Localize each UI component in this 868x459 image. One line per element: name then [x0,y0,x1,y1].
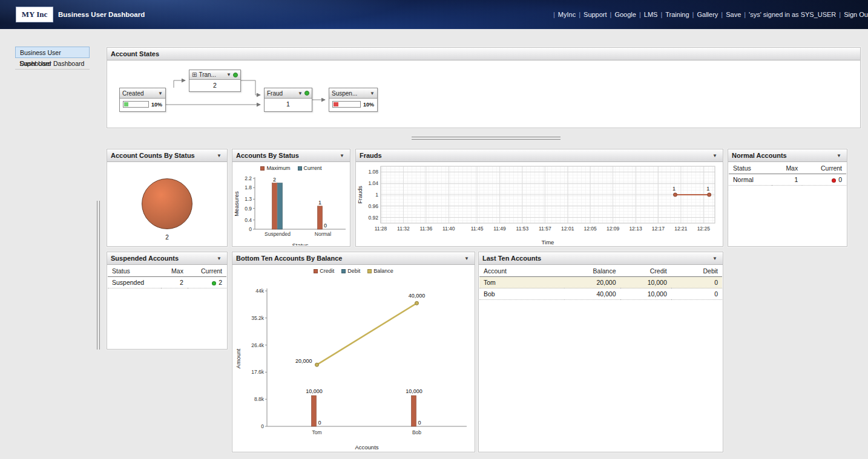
flow-node-transaction[interactable]: ⊞ Tran... ▼ 2 [189,70,241,92]
legend-label: Maximum [266,165,290,171]
column-header[interactable]: Status [108,265,161,277]
svg-text:12:17: 12:17 [652,226,665,232]
svg-text:20,000: 20,000 [295,358,312,364]
nav-separator: | [692,11,694,18]
expand-icon[interactable]: ⊞ [192,72,197,78]
flow-node-gauge: 10% [329,99,377,110]
sidebar-nav: Business User DashboardSuper User Dashbo… [15,47,90,70]
column-header[interactable]: Status [729,163,772,174]
table-row[interactable]: Normal10 [729,174,846,186]
vertical-splitter[interactable] [97,201,100,350]
column-header[interactable]: Current [188,265,226,277]
nav-link-support[interactable]: Support [584,11,607,18]
legend-swatch [260,166,265,171]
gauge-percent: 10% [363,102,374,108]
svg-text:11:53: 11:53 [516,226,529,232]
pie-total-label: 2 [108,234,226,241]
nav-link-google[interactable]: Google [614,11,636,18]
chevron-down-icon[interactable]: ▼ [711,255,719,262]
horizontal-splitter[interactable] [412,137,561,140]
svg-text:Normal: Normal [315,231,332,237]
flow-node-label: Tran... [199,71,216,78]
svg-text:8.8k: 8.8k [254,396,265,402]
panel-body: Status Max Current Normal10 [729,163,846,246]
sidebar-item-0[interactable]: Business User Dashboard [15,47,90,58]
svg-text:12:13: 12:13 [629,226,642,232]
svg-text:1: 1 [318,200,321,206]
page-title: Business User Dashboard [58,11,145,18]
svg-text:0.92: 0.92 [368,215,378,221]
nav-link-myinc[interactable]: MyInc [558,11,576,18]
flow-node-suspended[interactable]: Suspen... ▼ 10% [329,88,378,112]
column-header[interactable]: Debit [671,265,722,277]
panel-title: Normal Accounts [732,152,787,159]
sidebar-item-1[interactable]: Super User Dashboard [15,58,90,70]
status-dot-icon [832,178,836,183]
legend-label: Current [304,165,322,171]
chevron-down-icon[interactable]: ▼ [711,152,719,159]
svg-text:11:40: 11:40 [442,226,455,232]
suspended-accounts-table: Status Max Current Suspended22 [108,265,226,288]
svg-text:1: 1 [375,192,378,198]
panel-account-states: Account States ⊞ [107,47,861,128]
column-header[interactable]: Account [479,265,564,277]
flow-node-header: ⊞ Tran... ▼ [189,70,240,80]
legend-item: Maximum [260,165,290,171]
gauge-percent: 10% [151,102,162,108]
panel-header: Accounts By Status ▼ [232,149,350,162]
nav-link-training[interactable]: Training [665,11,689,18]
panel-body: Account Balance Credit Debit Tom20,00010… [479,265,722,451]
nav-separator: | [610,11,612,18]
chevron-down-icon[interactable]: ▼ [226,72,231,77]
bar-chart: 00.40.91.31.82.2Suspended2Normal10Status… [233,174,349,246]
legend-swatch [314,269,318,273]
flow-node-label: Fraud [267,90,283,97]
column-header[interactable]: Credit [620,265,671,277]
company-logo: MY Inc [16,7,53,22]
chevron-down-icon[interactable]: ▼ [158,91,163,96]
svg-text:1: 1 [706,186,709,192]
column-header[interactable]: Max [772,163,802,174]
panel-title: Account States [111,50,159,57]
chevron-down-icon[interactable]: ▼ [215,152,223,159]
sign-out-link[interactable]: Sign Out [844,11,868,18]
normal-accounts-table: Status Max Current Normal10 [729,163,846,186]
panel-title: Account Counts By Status [111,152,195,159]
flow-node-fraud[interactable]: Fraud ▼ 1 [264,88,312,112]
svg-text:Status: Status [292,242,309,246]
chevron-down-icon[interactable]: ▼ [370,91,375,96]
status-dot-icon [233,73,238,77]
svg-text:1.04: 1.04 [368,180,378,186]
nav-link-save[interactable]: Save [726,11,741,18]
nav-link-gallery[interactable]: Gallery [697,11,718,18]
chevron-down-icon[interactable]: ▼ [835,152,843,159]
svg-text:26.4k: 26.4k [251,342,265,348]
svg-text:0: 0 [318,420,321,426]
table-row[interactable]: Bob40,00010,0000 [479,288,722,300]
flow-node-created[interactable]: Created ▼ 10% [119,88,166,112]
line-chart: 0.920.9611.041.0811:2811:3211:3611:4011:… [357,163,722,246]
chevron-down-icon[interactable]: ▼ [298,91,303,96]
table-row[interactable]: Suspended22 [108,277,226,288]
panel-accounts-by-status: Accounts By Status ▼ Maximum Current 00.… [232,149,350,247]
panel-header: Frauds ▼ [356,149,723,162]
panel-suspended-accounts: Suspended Accounts ▼ Status Max Current … [107,252,228,350]
svg-text:40,000: 40,000 [409,293,426,299]
chevron-down-icon[interactable]: ▼ [215,255,223,262]
flow-node-label: Suspen... [332,90,357,97]
panel-body: ⊞ Tran... ▼ 2 Created ▼ [108,61,860,127]
column-header[interactable]: Current [802,163,846,174]
legend-label: Credit [320,268,334,274]
panel-body: 2 [108,163,226,246]
column-header[interactable]: Max [161,265,188,277]
status-dot-icon [212,281,216,285]
chevron-down-icon[interactable]: ▼ [338,152,346,159]
nav-link-lms[interactable]: LMS [644,11,658,18]
table-header-row: Status Max Current [108,265,226,277]
column-header[interactable]: Balance [564,265,620,277]
table-row[interactable]: Tom20,00010,0000 [479,277,722,288]
chevron-down-icon[interactable]: ▼ [462,255,471,262]
svg-text:0: 0 [418,420,421,426]
svg-text:Frauds: Frauds [357,186,363,204]
panel-account-counts: Account Counts By Status ▼ 2 [107,149,228,247]
